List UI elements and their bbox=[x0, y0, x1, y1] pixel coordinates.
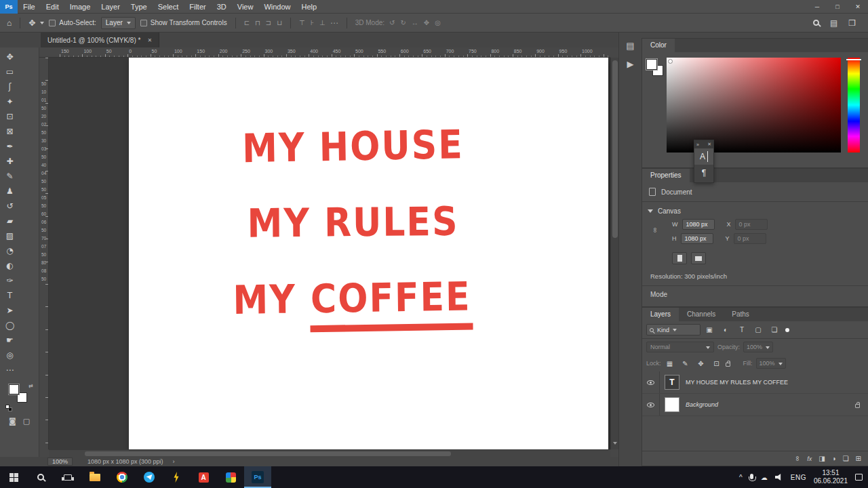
history-brush-tool[interactable]: ↺ bbox=[0, 199, 20, 214]
foreground-background-swatches[interactable]: ⇄ bbox=[0, 382, 39, 413]
path-selection-tool[interactable]: ➤ bbox=[0, 303, 20, 318]
canvas-section-header[interactable]: Canvas bbox=[642, 202, 868, 219]
canvas-viewport[interactable]: MY HOUSE MY RULES MY COFFEE bbox=[49, 58, 610, 449]
close-button[interactable]: ✕ bbox=[848, 0, 868, 13]
lock-option-icon[interactable]: ✎ bbox=[680, 360, 691, 367]
visibility-toggle[interactable] bbox=[642, 371, 660, 393]
crop-tool[interactable]: ⊡ bbox=[0, 109, 20, 124]
eraser-tool[interactable]: ▰ bbox=[0, 214, 20, 228]
pinwheel-app-button[interactable] bbox=[217, 466, 244, 488]
flyout-close-icon[interactable]: ✕ bbox=[707, 142, 711, 147]
foreground-color-swatch[interactable] bbox=[646, 59, 657, 70]
hand-tool[interactable]: ☛ bbox=[0, 333, 20, 348]
workspace-switcher-icon[interactable]: ▤ bbox=[830, 19, 837, 27]
width-input[interactable]: 1080 px bbox=[682, 219, 715, 230]
horizontal-scrollbar-thumb[interactable] bbox=[85, 451, 451, 456]
cloud-icon[interactable]: ☁ bbox=[761, 474, 768, 481]
move-tool-preset-icon[interactable]: ✥ bbox=[28, 19, 35, 27]
show-transform-checkbox[interactable] bbox=[140, 20, 147, 26]
menu-item[interactable]: Type bbox=[125, 0, 153, 14]
text-layer-thumbnail[interactable]: T bbox=[665, 375, 679, 390]
canvas[interactable]: MY HOUSE MY RULES MY COFFEE bbox=[129, 58, 608, 449]
layer-filter-icon[interactable]: ❏ bbox=[769, 326, 780, 333]
tab-close-icon[interactable]: ✕ bbox=[147, 37, 152, 43]
status-expand-icon[interactable]: › bbox=[173, 458, 175, 465]
lock-option-icon[interactable]: ▦ bbox=[665, 360, 675, 367]
landscape-orientation-button[interactable] bbox=[691, 252, 706, 264]
filter-toggle[interactable] bbox=[785, 328, 789, 332]
telegram-button[interactable] bbox=[136, 466, 163, 488]
layers-footer-icon[interactable]: ❏ bbox=[843, 455, 849, 462]
photoshop-taskbar-button[interactable]: Ps bbox=[244, 466, 271, 488]
action-center-icon[interactable] bbox=[855, 474, 863, 481]
character-panel-icon[interactable]: A bbox=[694, 148, 713, 165]
color-picker-cursor[interactable] bbox=[668, 59, 673, 64]
clone-stamp-tool[interactable]: ♟ bbox=[0, 184, 20, 199]
x-input[interactable]: 0 px bbox=[735, 219, 768, 230]
align-icon[interactable]: ⊓ bbox=[255, 20, 260, 26]
menu-item[interactable]: File bbox=[18, 0, 41, 14]
start-button[interactable] bbox=[0, 466, 27, 488]
menu-item[interactable]: View bbox=[232, 0, 259, 14]
dodge-tool[interactable]: ◐ bbox=[0, 258, 20, 273]
lock-all-icon[interactable] bbox=[726, 363, 730, 367]
layers-footer-icon[interactable]: ⊞ bbox=[856, 455, 861, 462]
expand-panel-icon[interactable]: ▶ bbox=[619, 59, 642, 69]
tray-expand-icon[interactable]: ^ bbox=[739, 474, 743, 481]
search-icon[interactable] bbox=[813, 20, 819, 26]
red-a-app-button[interactable]: A bbox=[190, 466, 217, 488]
align-icon[interactable]: ⊐ bbox=[266, 20, 271, 26]
link-dimensions-icon[interactable]: ∞ bbox=[652, 228, 659, 232]
eyedropper-tool[interactable]: ✒ bbox=[0, 139, 20, 154]
align-icon[interactable]: ⊔ bbox=[277, 20, 282, 26]
menu-item[interactable]: Edit bbox=[41, 0, 64, 14]
horizontal-scrollbar-track[interactable] bbox=[49, 449, 610, 457]
microphone-icon[interactable] bbox=[750, 474, 753, 481]
menu-item[interactable]: Image bbox=[64, 0, 96, 14]
vertical-scrollbar-thumb[interactable] bbox=[612, 60, 618, 238]
menu-item[interactable]: Filter bbox=[184, 0, 211, 14]
layer-row-background[interactable]: Background bbox=[642, 394, 868, 416]
more-align-options-icon[interactable]: ⋯ bbox=[330, 19, 338, 27]
background-layer-thumbnail[interactable] bbox=[665, 397, 679, 412]
file-explorer-button[interactable] bbox=[81, 466, 108, 488]
hue-slider-indicator[interactable] bbox=[846, 59, 861, 60]
scroll-down-icon[interactable] bbox=[613, 442, 617, 447]
frame-tool[interactable]: ⊠ bbox=[0, 124, 20, 139]
layers-panel-tab[interactable]: Channels bbox=[679, 308, 724, 321]
zoom-tool[interactable]: ◎ bbox=[0, 348, 20, 363]
tab-properties[interactable]: Properties bbox=[642, 169, 690, 182]
menu-item[interactable]: Select bbox=[153, 0, 184, 14]
move-tool[interactable]: ✥ bbox=[0, 49, 20, 64]
layers-footer-icon[interactable]: ∞ bbox=[794, 456, 802, 461]
menu-item[interactable]: 3D bbox=[212, 0, 232, 14]
document-tab[interactable]: Untitled-1 @ 100% (CMYK/8) * ✕ bbox=[41, 33, 159, 47]
share-icon[interactable]: ❒ bbox=[848, 19, 856, 27]
distribute-icon[interactable]: ⊥ bbox=[319, 20, 326, 26]
layer-name[interactable]: MY HOUSE MY RULES MY COFFEE bbox=[686, 379, 788, 386]
layer-row-text[interactable]: T MY HOUSE MY RULES MY COFFEE bbox=[642, 371, 868, 394]
default-colors-icon[interactable] bbox=[5, 405, 9, 409]
libraries-panel-icon[interactable]: ▤ bbox=[619, 41, 642, 51]
screen-mode-button[interactable]: ▢ bbox=[23, 417, 30, 426]
layers-footer-icon[interactable]: ◑ bbox=[832, 455, 836, 462]
menu-item[interactable]: Help bbox=[296, 0, 323, 14]
blur-tool[interactable]: ◔ bbox=[0, 243, 20, 258]
taskbar-search-button[interactable] bbox=[27, 466, 54, 488]
tab-color[interactable]: Color bbox=[642, 39, 675, 52]
height-input[interactable]: 1080 px bbox=[681, 233, 713, 244]
language-indicator[interactable]: ENG bbox=[791, 474, 806, 481]
layers-footer-icon[interactable]: ◨ bbox=[818, 455, 825, 462]
auto-select-target-dropdown[interactable]: Layer bbox=[101, 17, 136, 29]
type-tool[interactable]: T bbox=[0, 288, 20, 303]
layers-footer-icon[interactable]: fx bbox=[807, 455, 812, 462]
bolt-app-button[interactable] bbox=[163, 466, 190, 488]
task-view-button[interactable] bbox=[54, 466, 81, 488]
minimize-button[interactable]: ─ bbox=[807, 0, 827, 13]
paragraph-panel-icon[interactable]: ¶ bbox=[694, 165, 713, 181]
maximize-button[interactable]: □ bbox=[827, 0, 848, 13]
menu-item[interactable]: Window bbox=[258, 0, 296, 14]
layer-filter-icon[interactable]: T bbox=[736, 326, 747, 333]
layer-filter-icon[interactable]: ◐ bbox=[720, 326, 731, 333]
gradient-tool[interactable]: ▨ bbox=[0, 228, 20, 243]
